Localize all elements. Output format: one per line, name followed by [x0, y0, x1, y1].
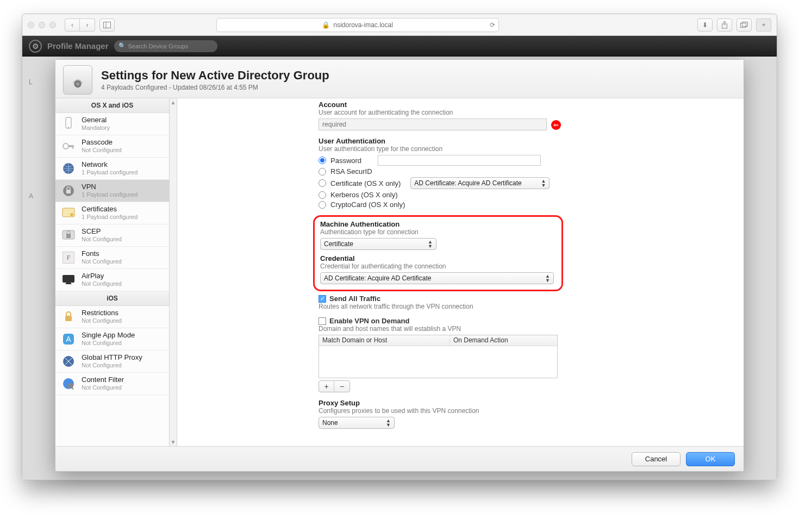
lock-icon: 🔒 — [322, 21, 330, 29]
radio-rsa[interactable]: RSA SecurID — [319, 167, 731, 176]
sidebar-item-single-app-mode[interactable]: A Single App ModeNot Configured — [55, 328, 169, 351]
password-input[interactable] — [378, 155, 541, 166]
radio-certificate[interactable]: Certificate (OS X only) AD Certificate: … — [319, 177, 731, 189]
proxy-select[interactable]: None ▲▼ — [319, 417, 395, 429]
downloads-button[interactable]: ⬇ — [697, 18, 713, 32]
passcode-icon — [61, 139, 76, 154]
section-desc: Domain and host names that will establis… — [319, 325, 731, 333]
back-button[interactable]: ‹ — [65, 18, 80, 32]
radio-cryptocard[interactable]: CryptoCard (OS X only) — [319, 201, 731, 209]
radio-icon — [319, 157, 326, 164]
cancel-button[interactable]: Cancel — [632, 452, 681, 466]
chevron-up-icon: ▲ — [171, 99, 176, 105]
select-arrows-icon: ▲▼ — [386, 418, 391, 427]
app-header: ⚙ Profile Manager 🔍 Search Device Groups — [22, 36, 777, 57]
vpn-on-demand-checkbox-row[interactable]: Enable VPN on Demand — [319, 317, 731, 325]
select-value: AD Certificate: Acquire AD Certificate — [414, 179, 521, 187]
sidebar-item-fonts[interactable]: F FontsNot Configured — [55, 247, 169, 269]
search-input[interactable]: 🔍 Search Device Groups — [114, 40, 217, 52]
payload-title: General — [82, 116, 110, 124]
network-icon — [61, 161, 76, 176]
table-add-remove: + − — [319, 380, 350, 392]
minimize-window-button[interactable] — [39, 22, 45, 28]
modal-subtitle: 4 Payloads Configured - Updated 08/26/16… — [101, 84, 329, 91]
radio-icon — [319, 191, 326, 199]
svg-point-17 — [70, 213, 73, 216]
sidebar-item-passcode[interactable]: PasscodeNot Configured — [55, 135, 169, 158]
fonts-icon: F — [61, 250, 76, 265]
svg-rect-19 — [66, 234, 71, 238]
sidebar-item-general[interactable]: GeneralMandatory — [55, 113, 169, 135]
payload-status: Mandatory — [82, 124, 110, 132]
payload-status: Not Configured — [82, 280, 122, 287]
on-demand-table[interactable]: Match Domain or Host On Demand Action — [319, 335, 558, 378]
payload-status: Not Configured — [82, 147, 122, 154]
radio-label: CryptoCard (OS X only) — [330, 201, 405, 209]
add-row-button[interactable]: + — [319, 381, 334, 392]
svg-rect-12 — [72, 145, 73, 149]
modal-header: Settings for New Active Directory Group … — [55, 60, 744, 98]
sidebar-item-vpn[interactable]: VPN1 Payload configured — [55, 180, 169, 202]
new-tab-button[interactable]: + — [756, 18, 771, 32]
close-window-button[interactable] — [28, 22, 34, 28]
forward-button[interactable]: › — [80, 18, 95, 32]
section-desc: User account for authenticating the conn… — [319, 109, 731, 116]
radio-kerberos[interactable]: Kerberos (OS X only) — [319, 191, 731, 199]
search-icon: 🔍 — [118, 42, 126, 49]
payload-title: Single App Mode — [82, 331, 135, 339]
payload-title: Content Filter — [82, 376, 124, 384]
checkbox-label: Send All Traffic — [329, 295, 380, 303]
send-all-traffic-checkbox-row[interactable]: ✓ Send All Traffic — [319, 295, 731, 303]
svg-point-9 — [68, 127, 69, 128]
sidebar-item-restrictions[interactable]: RestrictionsNot Configured — [55, 306, 169, 328]
svg-text:A: A — [66, 335, 71, 343]
section-title: Machine Authentication — [320, 220, 556, 228]
reload-icon[interactable]: ⟳ — [490, 21, 495, 29]
payload-title: VPN — [82, 183, 138, 191]
svg-rect-4 — [740, 23, 746, 27]
section-desc: Credential for authenticating the connec… — [320, 262, 556, 270]
payload-sidebar: OS X and iOS GeneralMandatory PasscodeNo… — [55, 98, 170, 446]
payload-title: Global HTTP Proxy — [82, 354, 142, 361]
content-filter-icon — [61, 376, 76, 391]
zoom-window-button[interactable] — [49, 22, 56, 28]
account-input[interactable] — [319, 118, 547, 130]
bg-letter-A: A — [29, 192, 33, 200]
sidebar-item-certificates[interactable]: Certificates1 Payload configured — [55, 202, 169, 224]
safari-window: ‹ › 🔒 nsidorova-imac.local ⟳ ⬇ + ⚙ Profi… — [22, 14, 777, 480]
select-value: Certificate — [324, 240, 353, 248]
sidebar-item-global-http-proxy[interactable]: Global HTTP ProxyNot Configured — [55, 351, 169, 373]
machine-auth-select[interactable]: Certificate ▲▼ — [320, 238, 436, 250]
address-bar[interactable]: 🔒 nsidorova-imac.local ⟳ — [216, 18, 499, 32]
sidebar-item-scep[interactable]: SCEPNot Configured — [55, 224, 169, 247]
section-desc: User authentication type for the connect… — [319, 145, 731, 153]
settings-modal: Settings for New Active Directory Group … — [55, 59, 744, 472]
right-toolbar: ⬇ + — [697, 18, 771, 32]
select-arrows-icon: ▲▼ — [428, 240, 433, 248]
tabs-button[interactable] — [736, 18, 752, 32]
payload-status: Not Configured — [82, 236, 122, 243]
radio-password[interactable]: Password — [319, 155, 731, 166]
certificates-icon — [61, 205, 76, 221]
payload-title: Network — [82, 161, 138, 168]
vpn-on-demand-section: Enable VPN on Demand Domain and host nam… — [319, 317, 731, 392]
sidebar-toggle-button[interactable] — [99, 18, 115, 32]
radio-label: Kerberos (OS X only) — [330, 191, 398, 199]
general-icon — [61, 116, 76, 132]
account-section: Account User account for authenticating … — [319, 101, 731, 130]
sidebar-item-content-filter[interactable]: Content FilterNot Configured — [55, 373, 169, 395]
sidebar-scroller[interactable]: ▲ ▼ — [170, 98, 177, 446]
sidebar-item-network[interactable]: Network1 Payload configured — [55, 158, 169, 180]
share-button[interactable] — [717, 18, 732, 32]
remove-row-button[interactable]: − — [334, 381, 349, 392]
proxy-setup-section: Proxy Setup Configures proxies to be use… — [319, 399, 731, 429]
svg-rect-22 — [65, 316, 72, 321]
search-placeholder: Search Device Groups — [128, 43, 189, 49]
credential-select[interactable]: AD Certificate: Acquire AD Certificate ▲… — [320, 272, 554, 284]
radio-icon — [319, 179, 326, 187]
modal-body: OS X and iOS GeneralMandatory PasscodeNo… — [55, 98, 744, 446]
ok-button[interactable]: OK — [686, 452, 735, 466]
user-auth-cert-select[interactable]: AD Certificate: Acquire AD Certificate ▲… — [410, 177, 550, 189]
http-proxy-icon — [61, 354, 76, 369]
sidebar-item-airplay[interactable]: AirPlayNot Configured — [55, 269, 169, 291]
